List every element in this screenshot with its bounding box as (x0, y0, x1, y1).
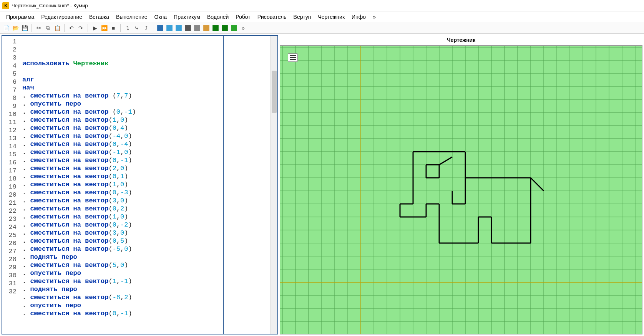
code-line[interactable]: . поднять перо (22, 253, 267, 261)
code-line[interactable]: . сместиться на вектор(0,4) (22, 124, 267, 132)
svg-rect-0 (157, 25, 163, 31)
code-editor[interactable]: использовать Чертежникалгнач. сместиться… (19, 36, 271, 334)
svg-rect-7 (222, 25, 228, 31)
paste-icon[interactable]: 📋 (53, 24, 61, 32)
copy-icon[interactable]: ⧉ (44, 24, 52, 32)
code-line[interactable]: . сместиться на вектор(0,5) (22, 237, 267, 245)
code-line[interactable]: . опустить перо (22, 100, 267, 108)
actor-8-icon[interactable] (221, 24, 229, 32)
window-title: Чертежник_Слоник.kum* - Кумир (12, 3, 88, 8)
svg-rect-2 (176, 25, 182, 31)
code-line[interactable]: . сместиться на вектор(0,2) (22, 205, 267, 213)
menu-more[interactable]: » (370, 12, 379, 22)
menu-info[interactable]: Инфо (349, 12, 369, 22)
svg-rect-8 (231, 25, 237, 31)
toolbar-more-icon[interactable]: » (239, 24, 247, 32)
code-line[interactable]: . сместиться на вектор(0,-1) (22, 156, 267, 164)
toolbar-divider (64, 24, 65, 32)
code-line[interactable]: . сместиться на вектор(0,-2) (22, 221, 267, 229)
code-line[interactable]: . сместиться на вектор(-4,0) (22, 132, 267, 140)
run-fast-icon[interactable]: ⏩ (100, 24, 108, 32)
grid-svg (280, 46, 642, 334)
code-line[interactable]: . сместиться на вектор(-5,0) (22, 245, 267, 253)
menu-vertun[interactable]: Вертун (290, 12, 314, 22)
menu-practicum[interactable]: Практикум (171, 12, 203, 22)
redo-icon[interactable]: ↷ (77, 24, 85, 32)
menu-insert[interactable]: Вставка (86, 12, 112, 22)
scrollbar-thumb[interactable] (272, 71, 277, 113)
code-line[interactable]: . сместиться на вектор(1,0) (22, 116, 267, 124)
menu-vodoley[interactable]: Водолей (204, 12, 232, 22)
svg-line-84 (439, 157, 452, 165)
code-line[interactable]: нач (22, 84, 267, 92)
code-line[interactable]: . сместиться на вектор(-8,2) (22, 293, 267, 301)
editor-vertical-rule (223, 36, 224, 334)
drawing-canvas[interactable] (280, 45, 642, 334)
content-area: 1234567891011121314151617181920212223242… (0, 34, 644, 336)
toolbar-divider (32, 24, 32, 32)
menu-painter[interactable]: Рисователь (254, 12, 290, 22)
code-line[interactable] (22, 68, 267, 76)
code-line[interactable]: . сместиться на вектор(3,0) (22, 197, 267, 205)
menu-run[interactable]: Выполнение (113, 12, 150, 22)
actor-3-icon[interactable] (175, 24, 183, 32)
step-out-icon[interactable]: ⤴ (142, 24, 150, 32)
actor-9-icon[interactable] (230, 24, 238, 32)
code-line[interactable]: . сместиться на вектор (7,7) (22, 92, 267, 100)
actor-5-icon[interactable] (193, 24, 201, 32)
code-line[interactable]: . поднять перо (22, 285, 267, 293)
toolbar-divider (153, 24, 153, 32)
code-line[interactable]: . сместиться на вектор(0,-1) (22, 310, 267, 318)
save-file-icon[interactable]: 💾 (21, 24, 28, 32)
menu-robot[interactable]: Робот (232, 12, 253, 22)
new-file-icon[interactable]: 📄 (2, 24, 10, 32)
actor-6-icon[interactable] (202, 24, 210, 32)
step-over-icon[interactable]: ⤵ (124, 24, 131, 32)
toolbar: 📄 📂 💾 ✂ ⧉ 📋 ↶ ↷ ▶ ⏩ ■ ⤵ ⤷ ⤴ » (0, 22, 644, 34)
actor-7-icon[interactable] (212, 24, 219, 32)
code-line[interactable]: . сместиться на вектор(1,-1) (22, 277, 267, 285)
vertical-scrollbar[interactable] (271, 36, 277, 334)
titlebar: К Чертежник_Слоник.kum* - Кумир (0, 0, 644, 12)
code-line[interactable]: . сместиться на вектор(1,0) (22, 180, 267, 189)
menu-windows[interactable]: Окна (151, 12, 170, 22)
code-line[interactable]: . опустить перо (22, 301, 267, 310)
code-line[interactable]: алг (22, 76, 267, 84)
svg-rect-5 (203, 25, 209, 31)
code-line[interactable]: . сместиться на вектор(0,-4) (22, 140, 267, 148)
menubar: Программа Редактирование Вставка Выполне… (0, 12, 644, 22)
canvas-menu-icon[interactable] (288, 53, 298, 62)
run-icon[interactable]: ▶ (91, 24, 99, 32)
undo-icon[interactable]: ↶ (68, 24, 75, 32)
code-line[interactable]: . сместиться на вектор(5,0) (22, 261, 267, 269)
toolbar-divider (120, 24, 121, 32)
toolbar-divider (88, 24, 88, 32)
code-line[interactable]: . сместиться на вектор(2,0) (22, 164, 267, 172)
editor-panel: 1234567891011121314151617181920212223242… (2, 35, 278, 334)
stop-icon[interactable]: ■ (110, 24, 117, 32)
step-into-icon[interactable]: ⤷ (133, 24, 141, 32)
code-line[interactable]: . сместиться на вектор(0,1) (22, 172, 267, 180)
actor-2-icon[interactable] (166, 24, 173, 32)
code-line[interactable]: . сместиться на вектор(3,0) (22, 229, 267, 237)
menu-edit[interactable]: Редактирование (38, 12, 85, 22)
code-line[interactable]: . опустить перо (22, 269, 267, 277)
code-line[interactable]: использовать Чертежник (22, 60, 267, 68)
cut-icon[interactable]: ✂ (35, 24, 43, 32)
code-line[interactable]: . сместиться на вектор (0,-1) (22, 108, 267, 116)
actor-1-icon[interactable] (156, 24, 164, 32)
canvas-title: Чертежник (280, 35, 642, 45)
menu-draftsman[interactable]: Чертежник (315, 12, 348, 22)
svg-rect-4 (194, 25, 200, 31)
open-file-icon[interactable]: 📂 (12, 24, 19, 32)
svg-rect-1 (166, 25, 173, 31)
actor-4-icon[interactable] (184, 24, 192, 32)
svg-line-79 (531, 178, 544, 191)
code-line[interactable]: . сместиться на вектор(0,-3) (22, 189, 267, 197)
canvas-panel: Чертежник (280, 35, 642, 334)
app-icon: К (2, 2, 9, 9)
code-line[interactable]: . сместиться на вектор(-1,0) (22, 148, 267, 156)
menu-program[interactable]: Программа (3, 12, 37, 22)
code-line[interactable]: . сместиться на вектор(1,0) (22, 213, 267, 221)
editor-wrap: 1234567891011121314151617181920212223242… (2, 36, 277, 334)
